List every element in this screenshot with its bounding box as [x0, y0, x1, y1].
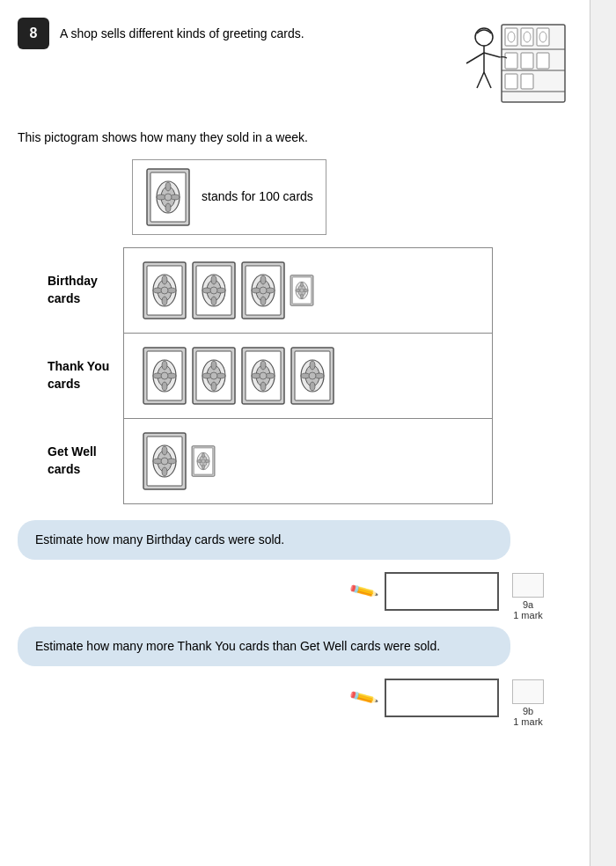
svg-rect-18 [537, 53, 549, 69]
svg-point-80 [211, 382, 216, 391]
table-row-birthday: Birthdaycards [35, 248, 493, 334]
svg-point-70 [162, 361, 167, 370]
section-9b: Estimate how many more Thank You cards t… [18, 627, 572, 717]
svg-point-25 [165, 182, 171, 191]
svg-point-54 [252, 288, 260, 293]
svg-point-89 [260, 382, 266, 391]
svg-point-88 [260, 361, 266, 370]
question-text: A shop sells different kinds of greeting… [60, 21, 422, 43]
svg-point-72 [153, 373, 162, 378]
mark-badge-a: 9a 1 mark [512, 573, 544, 620]
prompt-a: Estimate how many Birthday cards were so… [18, 520, 510, 560]
svg-rect-12 [521, 28, 533, 46]
svg-point-27 [157, 194, 165, 200]
svg-point-118 [204, 459, 209, 462]
svg-line-4 [477, 72, 484, 88]
svg-rect-16 [505, 53, 517, 69]
question-number: 8 [18, 18, 49, 49]
svg-point-64 [303, 289, 307, 291]
table-row-thankyou: Thank Youcards [35, 334, 493, 419]
pictogram-table: Birthdaycards Thank Youcards [35, 247, 493, 504]
question-header: 8 A shop sells different kinds of greeti… [18, 18, 572, 114]
pictogram-intro: This pictogram shows how many they sold … [18, 128, 572, 147]
answer-input-b[interactable] [385, 679, 499, 717]
mark-label-a: 9a [523, 599, 533, 610]
getwell-cards-cell [133, 424, 484, 498]
svg-point-79 [211, 361, 216, 370]
svg-point-115 [202, 453, 204, 458]
svg-rect-20 [521, 74, 533, 89]
prompt-b: Estimate how many more Thank You cards t… [18, 627, 510, 666]
svg-point-63 [296, 289, 300, 291]
svg-point-53 [260, 297, 266, 305]
svg-point-119 [201, 459, 204, 463]
svg-point-0 [475, 28, 493, 46]
mark-label-b: 9b [523, 706, 533, 716]
svg-point-35 [162, 297, 167, 305]
svg-point-117 [197, 459, 202, 462]
svg-point-100 [315, 373, 324, 378]
svg-point-36 [153, 288, 162, 293]
svg-point-44 [211, 297, 216, 305]
svg-point-65 [299, 289, 303, 292]
pencil-icon-b: ✏️ [348, 682, 379, 714]
svg-line-2 [466, 53, 484, 63]
mark-box-a [512, 573, 544, 598]
svg-point-81 [202, 373, 211, 378]
svg-line-3 [484, 53, 500, 57]
svg-point-56 [260, 287, 267, 294]
answer-input-a[interactable] [385, 572, 499, 611]
section-9a: Estimate how many Birthday cards were so… [18, 520, 572, 611]
svg-point-101 [309, 372, 316, 379]
mark-text-b: 1 mark [513, 716, 543, 727]
birthday-cards-cell [133, 253, 484, 327]
svg-point-107 [162, 467, 167, 476]
svg-point-38 [161, 287, 168, 294]
svg-point-45 [202, 288, 211, 293]
pencil-icon-a: ✏️ [348, 576, 379, 607]
svg-line-5 [484, 72, 491, 88]
svg-rect-10 [505, 28, 517, 46]
svg-rect-17 [521, 53, 533, 69]
table-row-getwell: Get Wellcards [35, 419, 493, 504]
right-sidebar [590, 0, 616, 866]
svg-point-47 [210, 287, 217, 294]
thankyou-card-1 [142, 346, 187, 406]
svg-point-73 [167, 373, 176, 378]
mark-text-a: 1 mark [513, 610, 543, 620]
svg-point-29 [165, 194, 172, 201]
thankyou-card-3 [240, 346, 286, 406]
getwell-card-half [191, 431, 216, 491]
svg-rect-19 [505, 74, 517, 89]
svg-point-110 [161, 458, 168, 465]
svg-point-52 [260, 275, 266, 284]
birthday-card-1 [142, 261, 187, 320]
mark-box-b [512, 679, 544, 704]
thankyou-card-2 [191, 346, 237, 406]
svg-point-91 [266, 373, 275, 378]
svg-point-71 [162, 382, 167, 391]
thankyou-label: Thank Youcards [35, 334, 123, 419]
svg-point-98 [310, 382, 315, 391]
legend-text: stands for 100 cards [202, 188, 313, 206]
thankyou-card-4 [290, 346, 335, 406]
legend-box: stands for 100 cards [132, 159, 326, 235]
svg-point-74 [161, 372, 168, 379]
svg-point-82 [216, 373, 225, 378]
svg-point-90 [252, 373, 260, 378]
thankyou-cards-cell [133, 339, 484, 413]
svg-point-43 [211, 275, 216, 284]
svg-point-99 [301, 373, 310, 378]
svg-rect-14 [537, 28, 549, 46]
svg-point-28 [171, 194, 180, 200]
svg-point-106 [162, 446, 167, 455]
svg-point-83 [210, 372, 217, 379]
svg-point-46 [216, 288, 225, 293]
getwell-card-1 [142, 431, 187, 491]
svg-point-55 [266, 288, 275, 293]
svg-point-108 [153, 459, 162, 464]
birthday-card-half [290, 261, 314, 320]
mark-badge-b: 9b 1 mark [512, 679, 544, 727]
birthday-label: Birthdaycards [35, 248, 123, 334]
svg-point-62 [300, 294, 303, 298]
